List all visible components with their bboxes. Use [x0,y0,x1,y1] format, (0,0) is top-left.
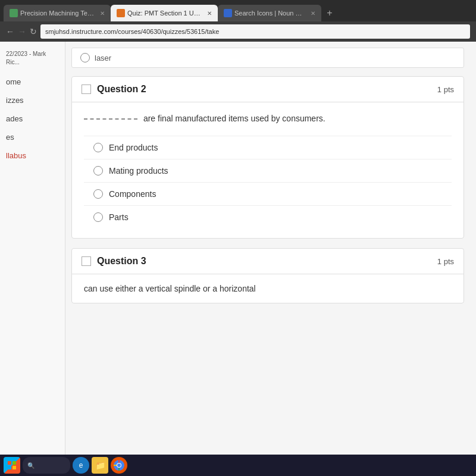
option-end-products[interactable]: End products [84,136,452,159]
tab-close-2[interactable]: ✕ [207,10,212,17]
option-parts-label: Parts [109,212,129,222]
tab-label-2: Quiz: PMT Section 1 Unit 1 Quiz [127,10,202,17]
question-2-options: End products Mating products Components [84,136,452,228]
question-3-checkbox[interactable] [82,256,91,266]
taskbar-search[interactable]: 🔍 [23,457,70,474]
option-components-label: Components [109,189,156,199]
question-3-card: Question 3 1 pts can use either a vertic… [71,248,464,303]
windows-start-button[interactable] [4,457,20,474]
radio-parts[interactable] [93,212,103,222]
question-2-header: Question 2 1 pts [72,77,464,102]
prev-question-answer: laser [71,48,464,68]
prev-radio-circle [80,53,90,62]
taskbar-folder-icon[interactable]: 📁 [92,457,108,474]
taskbar-search-icon: 🔍 [27,462,35,469]
question-2-pts: 1 pts [437,85,454,94]
question-3-header: Question 3 1 pts [72,249,464,274]
sidebar-meta: 22/2023 - Mark Ric... [0,48,65,73]
nav-forward[interactable]: → [18,27,26,36]
taskbar-edge-icon[interactable]: e [73,457,89,474]
tab-label-1: Precision Machining Technology [20,10,95,17]
taskbar-chrome-icon[interactable] [111,457,127,474]
radio-end-products[interactable] [93,143,103,152]
question-2-body: are final manufactured items used by con… [72,102,464,238]
question-3-text: can use either a vertical spindle or a h… [84,284,256,293]
sidebar-item-pages[interactable]: es [0,128,65,146]
prev-option-label: laser [95,54,111,62]
sidebar-item-grades[interactable]: ades [0,109,65,128]
option-parts[interactable]: Parts [84,206,452,228]
option-mating-products-label: Mating products [109,166,168,176]
option-mating-products[interactable]: Mating products [84,159,452,183]
question-2-title: Question 2 [97,84,431,95]
question-3-title: Question 3 [97,256,431,267]
tab-precision-machining[interactable]: Precision Machining Technology ✕ [4,5,111,21]
main-content: laser Question 2 1 pts are final manufac… [65,42,476,455]
tab-icon-1 [10,9,18,17]
address-bar: ← → ↻ [0,21,476,42]
question-2-checkbox[interactable] [82,84,91,94]
question-3-body: can use either a vertical spindle or a h… [72,274,464,303]
question-2-blank [84,118,137,120]
sidebar: 22/2023 - Mark Ric... ome izzes ades es … [0,42,65,455]
question-3-pts: 1 pts [437,257,454,266]
radio-mating-products[interactable] [93,166,103,176]
tab-close-1[interactable]: ✕ [100,10,105,17]
sidebar-item-quizzes[interactable]: izzes [0,91,65,109]
nav-refresh[interactable]: ↻ [30,27,37,36]
question-2-body-text: are final manufactured items used by con… [143,114,325,123]
tab-quiz[interactable]: Quiz: PMT Section 1 Unit 1 Quiz ✕ [111,5,218,21]
radio-components[interactable] [93,189,103,199]
tab-label-3: Search Icons | Noun Project [234,10,306,17]
option-components[interactable]: Components [84,183,452,206]
nav-back[interactable]: ← [6,27,14,36]
question-2-text: are final manufactured items used by con… [84,112,452,125]
address-input[interactable] [40,24,470,39]
browser-content: 22/2023 - Mark Ric... ome izzes ades es … [0,42,476,455]
tab-close-3[interactable]: ✕ [311,10,315,17]
tab-icon-3 [224,9,232,17]
svg-rect-0 [8,461,11,465]
tab-bar: Precision Machining Technology ✕ Quiz: P… [0,0,476,21]
svg-rect-2 [8,466,11,469]
tab-noun-project[interactable]: Search Icons | Noun Project ✕ [218,5,321,21]
svg-rect-1 [12,461,16,465]
sidebar-item-syllabus[interactable]: llabus [0,146,65,165]
svg-rect-3 [12,466,16,469]
svg-point-6 [117,464,121,467]
option-end-products-label: End products [109,143,158,152]
question-2-card: Question 2 1 pts are final manufactured … [71,76,464,239]
prev-radio-option: laser [80,53,455,62]
new-tab-button[interactable]: + [321,5,338,21]
taskbar: 🔍 e 📁 [0,455,476,476]
sidebar-item-home[interactable]: ome [0,73,65,91]
tab-icon-2 [117,9,125,17]
